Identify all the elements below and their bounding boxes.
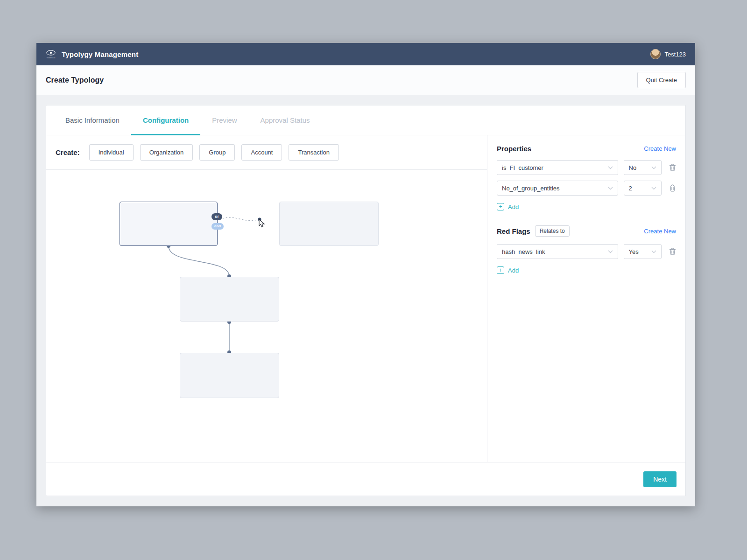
relates-to-chip[interactable]: Relates to (535, 225, 570, 237)
username-label: Test123 (664, 51, 686, 58)
chevron-down-icon (608, 250, 613, 253)
property-name-select[interactable]: No_of_group_entities (497, 181, 618, 196)
connector-node1-node3 (169, 246, 229, 276)
and-operator-badge[interactable]: and (211, 223, 224, 230)
add-property-label: Add (508, 203, 519, 210)
tab-preview[interactable]: Preview (200, 105, 248, 135)
create-organization-button[interactable]: Organization (140, 144, 193, 161)
red-flags-title: Red Flags (497, 227, 530, 235)
next-button[interactable]: Next (643, 471, 677, 487)
property-value: 2 (629, 185, 632, 192)
red-flags-header: Red Flags Relates to Create New (497, 225, 676, 237)
create-label: Create: (56, 148, 80, 156)
trash-icon (669, 248, 676, 255)
chevron-down-icon (651, 166, 656, 169)
property-name-value: No_of_group_entities (502, 185, 560, 192)
tab-configuration[interactable]: Configuration (131, 105, 200, 135)
delete-red-flag-button[interactable] (669, 248, 676, 255)
create-transaction-button[interactable]: Transaction (289, 144, 338, 161)
connector-dragging-dashed (223, 217, 258, 221)
entity-node-selected[interactable] (120, 202, 218, 246)
trash-icon (669, 164, 676, 171)
chevron-down-icon (651, 250, 656, 253)
property-value-select[interactable]: 2 (624, 181, 662, 196)
main-card: Basic Information Configuration Preview … (46, 105, 686, 496)
entity-node[interactable] (180, 277, 279, 322)
page-header: Create Typology Quit Create (36, 65, 695, 95)
property-value-select[interactable]: No (624, 160, 662, 175)
settings-panel: Properties Create New is_FI_customer No (487, 135, 685, 462)
trash-icon (669, 184, 676, 192)
quit-create-button[interactable]: Quit Create (637, 72, 686, 88)
property-row: is_FI_customer No (497, 160, 676, 175)
red-flag-value: Yes (629, 248, 639, 255)
red-flag-row: hash_news_link Yes (497, 244, 676, 259)
cursor-icon (259, 219, 266, 230)
property-name-value: is_FI_customer (502, 164, 543, 171)
tab-approval-status[interactable]: Approval Status (249, 105, 322, 135)
or-operator-badge[interactable]: or (211, 213, 222, 220)
red-flag-value-select[interactable]: Yes (624, 244, 662, 259)
properties-header: Properties Create New (497, 145, 676, 153)
create-account-button[interactable]: Account (241, 144, 282, 161)
chevron-down-icon (608, 166, 613, 169)
tab-bar: Basic Information Configuration Preview … (46, 105, 685, 135)
eye-logo-icon (46, 49, 56, 56)
property-value: No (629, 164, 637, 171)
delete-property-button[interactable] (669, 184, 676, 192)
app-logo: Tookitaki (46, 49, 56, 59)
chevron-down-icon (651, 187, 656, 190)
create-group-button[interactable]: Group (199, 144, 235, 161)
entity-node[interactable] (180, 353, 279, 398)
entity-node[interactable] (279, 202, 379, 246)
create-individual-button[interactable]: Individual (89, 144, 134, 161)
add-property-button[interactable]: + Add (497, 203, 519, 210)
add-red-flag-label: Add (508, 267, 519, 274)
red-flags-create-new-link[interactable]: Create New (644, 228, 676, 235)
user-menu[interactable]: Test123 (650, 49, 686, 59)
typology-canvas[interactable]: or and (46, 170, 487, 462)
app-window: Tookitaki Typolygy Management Test123 Cr… (36, 43, 695, 506)
properties-create-new-link[interactable]: Create New (644, 145, 676, 152)
plus-icon: + (497, 266, 504, 274)
red-flag-name-select[interactable]: hash_news_link (497, 244, 618, 259)
card-footer: Next (46, 462, 685, 496)
properties-title: Properties (497, 145, 531, 153)
red-flag-name-value: hash_news_link (502, 248, 545, 255)
chevron-down-icon (608, 187, 613, 190)
create-toolbar: Create: Individual Organization Group Ac… (46, 135, 487, 170)
property-name-select[interactable]: is_FI_customer (497, 160, 618, 175)
top-navbar: Tookitaki Typolygy Management Test123 (36, 43, 695, 65)
app-title: Typolygy Management (62, 50, 138, 58)
builder-column: Create: Individual Organization Group Ac… (46, 135, 487, 462)
property-row: No_of_group_entities 2 (497, 181, 676, 196)
logo-label: Tookitaki (46, 56, 55, 59)
user-avatar[interactable] (650, 49, 661, 59)
delete-property-button[interactable] (669, 164, 676, 171)
tab-basic-information[interactable]: Basic Information (54, 105, 131, 135)
page-title: Create Typology (46, 76, 104, 84)
plus-icon: + (497, 203, 504, 210)
content-area: Create: Individual Organization Group Ac… (46, 135, 685, 462)
add-red-flag-button[interactable]: + Add (497, 266, 519, 274)
